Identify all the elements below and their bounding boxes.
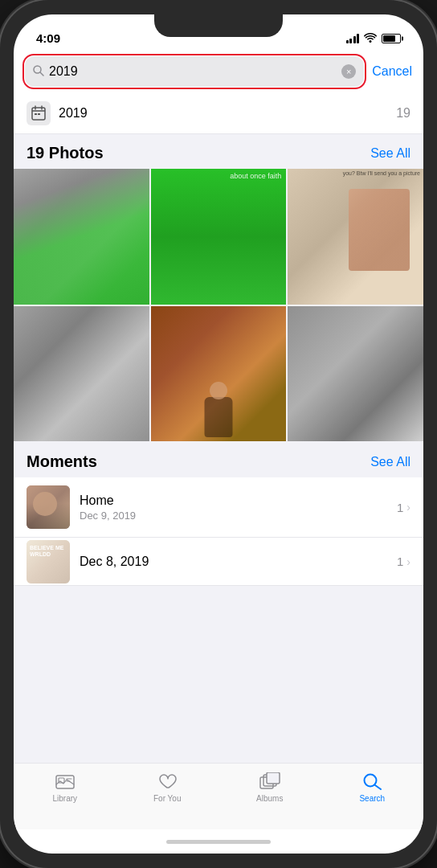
phone-screen: 4:09 — [14, 14, 423, 854]
photos-section-header: 19 Photos See All — [14, 134, 423, 169]
search-area: 2019 × Cancel — [14, 50, 423, 93]
svg-point-15 — [365, 775, 377, 787]
moments-title: Moments — [27, 452, 97, 471]
photo-cell-2[interactable]: about once faith — [151, 169, 287, 305]
svg-rect-7 — [38, 113, 40, 115]
tab-for-you[interactable]: For You — [143, 772, 191, 803]
moment-2-name: Dec 8, 2019 — [80, 555, 387, 569]
tab-library[interactable]: Library — [41, 772, 89, 803]
moment-2-count: 1 › — [397, 555, 410, 568]
photo-grid: about once faith you? Btw I'll send you … — [14, 169, 423, 441]
svg-rect-6 — [35, 113, 37, 115]
svg-line-16 — [375, 785, 381, 789]
moment-thumb-2: BELIEVE MEWRLDD — [27, 540, 70, 583]
tab-albums[interactable]: Albums — [246, 772, 294, 803]
photo-cell-1[interactable] — [14, 169, 149, 305]
photo-text-overlay: about once faith — [230, 172, 281, 181]
moment-1-text: Home Dec 9, 2019 — [80, 493, 387, 522]
chevron-right-icon-2: › — [406, 555, 410, 568]
photo-cell-3[interactable]: you? Btw I'll send you a picture — [288, 169, 423, 305]
believe-text: BELIEVE MEWRLDD — [30, 545, 63, 557]
status-time: 4:09 — [36, 31, 60, 45]
moment-1-name: Home — [80, 493, 387, 508]
for-you-tab-icon — [156, 772, 178, 791]
albums-tab-label: Albums — [256, 794, 283, 803]
wifi-icon — [364, 32, 377, 45]
search-tab-icon — [361, 772, 383, 791]
moment-1-date: Dec 9, 2019 — [80, 510, 387, 522]
moments-header: Moments See All — [14, 441, 423, 477]
status-icons — [346, 32, 402, 45]
home-indicator[interactable] — [14, 829, 423, 854]
search-icon — [33, 65, 44, 79]
search-bar[interactable]: 2019 × — [25, 56, 364, 87]
home-bar — [166, 840, 271, 844]
photo-cell-6[interactable] — [288, 306, 423, 442]
for-you-tab-label: For You — [153, 794, 181, 803]
moment-1-count: 1 › — [397, 501, 410, 514]
moment-row-2[interactable]: BELIEVE MEWRLDD Dec 8, 2019 1 › — [14, 538, 423, 586]
signal-icon — [346, 34, 360, 43]
notch — [154, 14, 283, 37]
svg-rect-14 — [267, 772, 280, 784]
library-tab-icon — [54, 772, 76, 791]
search-query-text: 2019 — [49, 64, 337, 79]
photo-cell-4[interactable] — [14, 306, 149, 442]
search-tab-label: Search — [359, 794, 385, 803]
moment-2-text: Dec 8, 2019 — [80, 555, 387, 569]
moments-see-all-button[interactable]: See All — [370, 455, 410, 469]
cancel-button[interactable]: Cancel — [372, 64, 412, 79]
moments-section: Moments See All Home Dec 9, 2019 — [14, 441, 423, 763]
photos-see-all-button[interactable]: See All — [370, 146, 410, 161]
svg-line-1 — [40, 72, 43, 76]
albums-tab-icon — [259, 772, 281, 791]
tab-search[interactable]: Search — [348, 772, 396, 803]
year-result-count: 19 — [396, 106, 410, 121]
phone-frame: 4:09 — [0, 0, 437, 868]
year-result-label: 2019 — [59, 106, 396, 121]
photo-text-overlay-2: you? Btw I'll send you a picture — [343, 170, 420, 177]
content-area: 2019 19 19 Photos See All about once fai… — [14, 93, 423, 763]
tab-bar: Library For You — [14, 763, 423, 829]
photo-cell-5[interactable] — [151, 306, 287, 442]
search-bar-wrapper: 2019 × — [25, 56, 364, 87]
calendar-icon — [27, 101, 51, 125]
library-tab-label: Library — [52, 794, 77, 803]
search-clear-button[interactable]: × — [341, 64, 356, 79]
year-result-row[interactable]: 2019 19 — [14, 93, 423, 134]
chevron-right-icon: › — [406, 501, 410, 514]
photos-section-title: 19 Photos — [27, 144, 104, 162]
moment-row-1[interactable]: Home Dec 9, 2019 1 › — [14, 477, 423, 538]
moment-thumb-1 — [27, 485, 70, 529]
battery-icon — [382, 34, 401, 43]
